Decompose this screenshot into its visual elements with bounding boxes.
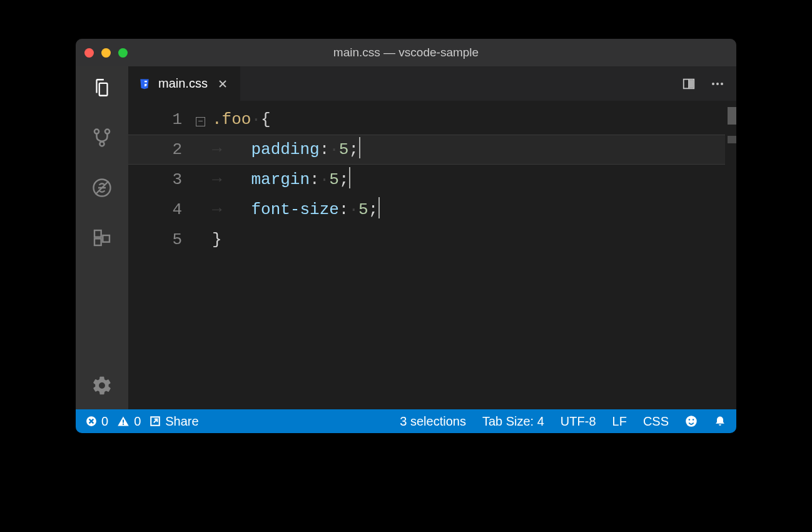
token-punct: : [310, 170, 320, 189]
token-ws-dot: · [329, 140, 339, 159]
activity-scm[interactable] [89, 125, 114, 150]
minimap[interactable] [725, 105, 736, 409]
share-icon [150, 416, 161, 427]
bug-slash-icon [91, 176, 113, 199]
ellipsis-icon [710, 76, 725, 91]
token-ws-arrow: → [212, 200, 251, 219]
titlebar: main.css — vscode-sample [76, 39, 736, 66]
more-actions-button[interactable] [710, 76, 725, 91]
smiley-icon [685, 415, 698, 427]
svg-rect-5 [94, 230, 101, 237]
token-ws-dot: · [348, 200, 358, 219]
svg-point-13 [712, 83, 714, 85]
token-punct: { [261, 110, 271, 129]
files-icon [91, 77, 113, 98]
token-val: 5 [358, 200, 368, 219]
text-cursor [349, 167, 350, 188]
status-warnings-count: 0 [134, 414, 141, 429]
token-prop: margin [251, 170, 310, 189]
svg-point-24 [693, 419, 694, 421]
line-number-gutter: 12345 [128, 105, 196, 409]
token-punct: : [339, 200, 349, 219]
bell-icon [714, 415, 726, 427]
code-line[interactable]: } [212, 225, 725, 255]
code-line[interactable]: → margin:·5; [212, 165, 725, 195]
code-content[interactable]: .foo·{→ padding:·5;→ margin:·5;→ font-si… [212, 105, 725, 409]
tab-main-css[interactable]: main.css [128, 66, 241, 101]
fold-cell [196, 195, 212, 225]
window-title: main.css — vscode-sample [76, 46, 736, 59]
code-editor[interactable]: 12345 − .foo·{→ padding:·5;→ margin:·5;→… [128, 101, 736, 409]
status-warnings[interactable]: 0 [117, 414, 141, 429]
svg-rect-6 [94, 238, 101, 245]
status-share[interactable]: Share [150, 414, 198, 429]
gear-icon [91, 375, 113, 396]
close-window-button[interactable] [84, 48, 94, 58]
line-number: 3 [128, 165, 182, 195]
activity-bar [76, 66, 128, 409]
svg-rect-19 [123, 420, 124, 423]
token-val: 5 [329, 170, 339, 189]
tab-close-button[interactable] [215, 79, 230, 89]
token-ws-arrow: → [212, 170, 251, 189]
token-ws-dot: · [320, 170, 330, 189]
activity-explorer[interactable] [89, 75, 114, 100]
minimize-window-button[interactable] [101, 48, 111, 58]
vscode-window: main.css — vscode-sample [76, 39, 736, 433]
fold-cell [196, 165, 212, 195]
activity-settings[interactable] [89, 373, 114, 398]
status-share-label: Share [165, 414, 198, 429]
tab-filename: main.css [158, 76, 208, 91]
window-body: main.css 12345 − [76, 66, 736, 409]
status-language[interactable]: CSS [643, 414, 669, 429]
token-punct: ; [368, 200, 378, 219]
status-errors-count: 0 [101, 414, 108, 429]
token-val: 5 [339, 140, 349, 159]
svg-point-2 [99, 141, 104, 146]
status-eol[interactable]: LF [612, 414, 627, 429]
svg-point-22 [686, 416, 697, 427]
svg-rect-20 [123, 424, 124, 425]
svg-point-0 [94, 130, 99, 134]
token-sel: .foo [212, 110, 251, 129]
activity-debug[interactable] [89, 175, 114, 200]
fold-toggle-icon[interactable]: − [196, 117, 205, 126]
code-line[interactable]: → padding:·5; [212, 135, 725, 165]
line-number: 4 [128, 195, 182, 225]
line-number: 5 [128, 225, 182, 255]
editor-area: main.css 12345 − [128, 66, 736, 409]
token-punct: : [320, 140, 330, 159]
token-ws-dot: · [251, 110, 261, 129]
fold-cell [196, 135, 212, 165]
status-errors[interactable]: 0 [86, 414, 108, 429]
branch-icon [91, 127, 113, 148]
token-ws-arrow: → [212, 140, 251, 159]
token-prop: font-size [251, 200, 338, 219]
token-prop: padding [251, 140, 319, 159]
token-punct: ; [348, 140, 358, 159]
text-cursor [378, 197, 380, 218]
split-editor-button[interactable] [681, 77, 696, 91]
css-file-icon [138, 78, 151, 90]
close-icon [218, 79, 228, 89]
status-tabsize[interactable]: Tab Size: 4 [482, 414, 544, 429]
svg-point-14 [716, 83, 719, 85]
error-icon [86, 416, 97, 427]
code-line[interactable]: → font-size:·5; [212, 195, 725, 225]
status-selections[interactable]: 3 selections [400, 414, 466, 429]
svg-rect-7 [103, 235, 109, 242]
code-line[interactable]: .foo·{ [212, 105, 725, 135]
maximize-window-button[interactable] [118, 48, 128, 58]
status-encoding[interactable]: UTF-8 [561, 414, 596, 429]
editor-tabs: main.css [128, 66, 736, 101]
token-punct: ; [339, 170, 349, 189]
fold-cell[interactable]: − [196, 105, 212, 135]
svg-point-1 [105, 130, 109, 134]
activity-extensions[interactable] [89, 225, 114, 250]
token-punct: } [212, 230, 222, 249]
status-notifications[interactable] [714, 415, 726, 427]
fold-gutter: − [196, 105, 212, 409]
status-bar: 0 0 Share 3 selections Tab Size: 4 UTF-8… [76, 409, 736, 433]
fold-cell [196, 225, 212, 255]
status-feedback[interactable] [685, 415, 698, 427]
